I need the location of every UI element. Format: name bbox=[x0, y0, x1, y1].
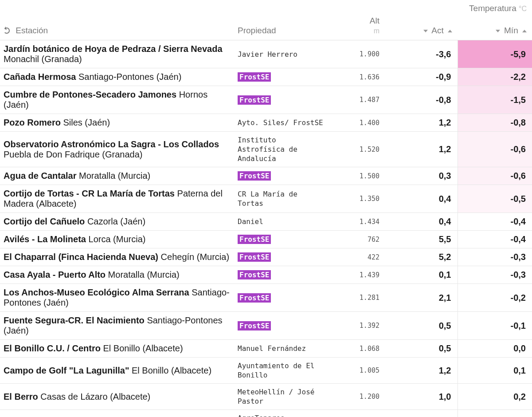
act-temp-cell: -3,6 bbox=[383, 40, 458, 68]
act-temp-cell: 1,0 bbox=[383, 384, 458, 410]
column-header-min[interactable]: Mín bbox=[458, 13, 532, 40]
altitude-cell: 1.520 bbox=[330, 132, 383, 167]
station-location: Puebla de Don Fadrique (Granada) bbox=[4, 149, 143, 159]
station-cell[interactable]: Cortijo de Tortas - CR La María de Torta… bbox=[0, 185, 234, 213]
act-temp-cell: 5,5 bbox=[383, 231, 458, 248]
station-cell[interactable]: El Chaparral (Finca Hacienda Nueva) Cehe… bbox=[0, 248, 234, 266]
station-name: Agua de Cantalar bbox=[4, 171, 76, 181]
min-header-label: Mín bbox=[504, 26, 518, 35]
station-header-label: Estación bbox=[16, 26, 48, 35]
table-row[interactable]: Avilés - La Molineta Lorca (Murcia)Frost… bbox=[0, 231, 532, 248]
table-row[interactable]: Cortijo de Tortas - CR La María de Torta… bbox=[0, 185, 532, 213]
column-header-act[interactable]: Act bbox=[383, 13, 458, 40]
station-name: Avilés - La Molineta bbox=[4, 234, 86, 244]
station-name: Jardín botánico de Hoya de Pedraza / Sie… bbox=[4, 44, 223, 54]
property-cell: Javier Herrero bbox=[234, 40, 330, 68]
temp-group-label: Temperatura bbox=[469, 4, 516, 13]
table-row[interactable]: Campo de Golf "La Lagunilla" El Bonillo … bbox=[0, 358, 532, 384]
act-temp-cell: 0,3 bbox=[383, 167, 458, 185]
station-cell[interactable]: Campo de Golf "La Lagunilla" El Bonillo … bbox=[0, 358, 234, 384]
table-row[interactable]: Cañada Hermosa Santiago-Pontones (Jaén)F… bbox=[0, 68, 532, 86]
act-temp-cell: 1,2 bbox=[383, 132, 458, 167]
altitude-cell: 762 bbox=[330, 231, 383, 248]
act-temp-cell: 1,2 bbox=[383, 114, 458, 132]
min-temp-cell: -0,6 bbox=[458, 167, 532, 185]
property-cell: Daniel bbox=[234, 213, 330, 231]
table-row[interactable]: Fuente Segura-CR. El Nacimiento Santiago… bbox=[0, 312, 532, 340]
column-group-temperature: Temperatura °C bbox=[383, 0, 532, 13]
chevron-down-icon[interactable] bbox=[423, 30, 428, 32]
frostse-badge: FrostSE bbox=[238, 293, 271, 303]
station-cell[interactable]: Los Anchos-Museo Ecológico Alma Serrana … bbox=[0, 284, 234, 312]
table-row[interactable]: El Bonillo C.U. / Centro El Bonillo (Alb… bbox=[0, 340, 532, 358]
station-cell[interactable]: El Berro Casas de Lázaro (Albacete) bbox=[0, 384, 234, 410]
min-temp-cell: -0,3 bbox=[458, 266, 532, 284]
min-temp-cell: -2,2 bbox=[458, 68, 532, 86]
chevron-up-icon[interactable] bbox=[522, 30, 527, 32]
chevron-down-icon[interactable] bbox=[496, 30, 500, 32]
act-temp-cell: 0,1 bbox=[383, 266, 458, 284]
station-name: Cortijo del Cañuelo bbox=[4, 216, 85, 226]
frostse-badge: FrostSE bbox=[238, 171, 271, 181]
property-text: CR La María de Tortas bbox=[238, 190, 297, 208]
station-cell[interactable]: Cumbre de Pontones-Secadero Jamones Horn… bbox=[0, 86, 234, 114]
property-text: Manuel Fernández bbox=[238, 344, 306, 353]
station-cell[interactable]: Topares Vélez-Blanco (Almería) bbox=[0, 410, 234, 417]
altitude-cell: 1.281 bbox=[330, 284, 383, 312]
column-header-altitude[interactable]: Alt m bbox=[330, 13, 383, 40]
station-name: Cortijo de Tortas - CR La María de Torta… bbox=[4, 189, 175, 198]
altitude-cell: 1.350 bbox=[330, 185, 383, 213]
table-row[interactable]: Cumbre de Pontones-Secadero Jamones Horn… bbox=[0, 86, 532, 114]
altitude-cell: 1.434 bbox=[330, 213, 383, 231]
station-cell[interactable]: Fuente Segura-CR. El Nacimiento Santiago… bbox=[0, 312, 234, 340]
table-row[interactable]: El Berro Casas de Lázaro (Albacete)Meteo… bbox=[0, 384, 532, 410]
station-cell[interactable]: Cañada Hermosa Santiago-Pontones (Jaén) bbox=[0, 68, 234, 86]
table-row[interactable]: Cortijo del Cañuelo Cazorla (Jaén)Daniel… bbox=[0, 213, 532, 231]
column-header-property[interactable]: Propiedad bbox=[234, 13, 330, 40]
act-temp-cell: 0,5 bbox=[383, 312, 458, 340]
station-cell[interactable]: Agua de Cantalar Moratalla (Murcia) bbox=[0, 167, 234, 185]
min-temp-cell: -0,4 bbox=[458, 213, 532, 231]
station-cell[interactable]: Avilés - La Molineta Lorca (Murcia) bbox=[0, 231, 234, 248]
alt-header-label: Alt bbox=[370, 16, 379, 25]
station-cell[interactable]: Casa Ayala - Puerto Alto Moratalla (Murc… bbox=[0, 266, 234, 284]
min-temp-cell: -0,1 bbox=[458, 312, 532, 340]
property-text: Ayuntamiento de El Bonillo bbox=[238, 362, 314, 379]
table-row[interactable]: Observatorio Astronómico La Sagra - Los … bbox=[0, 132, 532, 167]
station-name: Cañada Hermosa bbox=[4, 72, 76, 82]
refresh-icon[interactable] bbox=[4, 28, 10, 34]
table-row[interactable]: Topares Vélez-Blanco (Almería)AgroTopare… bbox=[0, 410, 532, 417]
altitude-cell: 1.200 bbox=[330, 384, 383, 410]
table-row[interactable]: Casa Ayala - Puerto Alto Moratalla (Murc… bbox=[0, 266, 532, 284]
property-cell: FrostSE bbox=[234, 312, 330, 340]
station-location: Lorca (Murcia) bbox=[86, 234, 145, 244]
column-header-station[interactable]: Estación bbox=[0, 13, 234, 40]
act-temp-cell: 0,4 bbox=[383, 213, 458, 231]
min-temp-cell: -0,2 bbox=[458, 284, 532, 312]
altitude-cell: 1.900 bbox=[330, 40, 383, 68]
station-cell[interactable]: Observatorio Astronómico La Sagra - Los … bbox=[0, 132, 234, 167]
table-row[interactable]: El Chaparral (Finca Hacienda Nueva) Cehe… bbox=[0, 248, 532, 266]
min-temp-cell: 0,0 bbox=[458, 340, 532, 358]
station-name: El Bonillo C.U. / Centro bbox=[4, 343, 101, 353]
property-text: Instituto Astrofísica de Andalucía bbox=[238, 136, 297, 163]
table-row[interactable]: Jardín botánico de Hoya de Pedraza / Sie… bbox=[0, 40, 532, 68]
station-cell[interactable]: Jardín botánico de Hoya de Pedraza / Sie… bbox=[0, 40, 234, 68]
altitude-cell: 1.439 bbox=[330, 266, 383, 284]
station-cell[interactable]: Cortijo del Cañuelo Cazorla (Jaén) bbox=[0, 213, 234, 231]
act-temp-cell: -0,9 bbox=[383, 68, 458, 86]
chevron-up-icon[interactable] bbox=[448, 30, 452, 32]
property-cell: FrostSE bbox=[234, 248, 330, 266]
altitude-cell: 1.500 bbox=[330, 167, 383, 185]
frostse-badge: FrostSE bbox=[238, 252, 271, 262]
table-row[interactable]: Pozo Romero Siles (Jaén)Ayto. Siles/ Fro… bbox=[0, 114, 532, 132]
station-name: Casa Ayala - Puerto Alto bbox=[4, 270, 106, 279]
station-cell[interactable]: Pozo Romero Siles (Jaén) bbox=[0, 114, 234, 132]
station-cell[interactable]: El Bonillo C.U. / Centro El Bonillo (Alb… bbox=[0, 340, 234, 358]
property-cell: FrostSE bbox=[234, 167, 330, 185]
min-temp-cell: 0,1 bbox=[458, 358, 532, 384]
table-row[interactable]: Los Anchos-Museo Ecológico Alma Serrana … bbox=[0, 284, 532, 312]
act-temp-cell: 0,5 bbox=[383, 340, 458, 358]
table-row[interactable]: Agua de Cantalar Moratalla (Murcia)Frost… bbox=[0, 167, 532, 185]
property-cell: FrostSE bbox=[234, 231, 330, 248]
